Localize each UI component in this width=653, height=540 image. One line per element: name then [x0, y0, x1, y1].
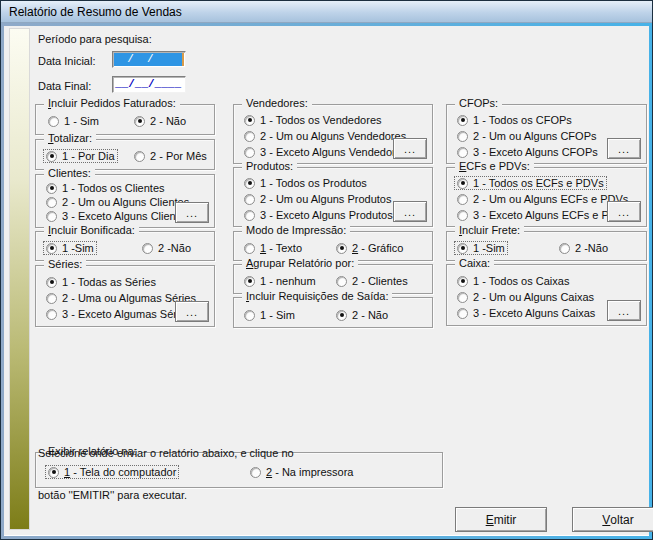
- radio-caixa-3[interactable]: 3 - Exceto Alguns Caixas: [455, 307, 597, 319]
- group-label-modo-de-impressao: Modo de Impressão:: [242, 224, 350, 236]
- group-clientes: Clientes:1 - Todos os Clientes2 - Um ou …: [35, 174, 215, 228]
- group-label-clientes: Clientes:: [44, 167, 95, 179]
- radio-vendedores-1[interactable]: 1 - Todos os Vendedores: [242, 114, 384, 126]
- radio-vendedores-3[interactable]: 3 - Exceto Alguns Vendedores: [242, 146, 409, 158]
- emitir-button[interactable]: Emitir: [455, 507, 547, 532]
- radio-series-3[interactable]: 3 - Exceto Algumas Séries: [44, 308, 193, 320]
- radio-label: 2 - Um ou Alguns Produtos: [260, 193, 391, 205]
- radio-label: 2 - Um ou Alguns Vendedores: [260, 130, 406, 142]
- radio-circle-icon: [46, 183, 57, 194]
- dialog-body: Período para pesquisa: Data Inicial: / /…: [4, 26, 649, 535]
- radio-label: 1 - Sim: [260, 309, 295, 321]
- group-produtos: Produtos:1 - Todos os Produtos2 - Um ou …: [233, 167, 433, 227]
- radio-agrupar-relatorio-por-1[interactable]: 1 - nenhum: [242, 275, 318, 287]
- radio-incluir-requisicoes-de-saida-2[interactable]: 2 - Não: [334, 309, 390, 321]
- radio-circle-icon: [457, 276, 468, 287]
- radio-label: 1 - Todos os ECFs e PDVs: [473, 177, 604, 189]
- period-section-label: Período para pesquisa:: [38, 33, 152, 45]
- radio-circle-icon: [46, 211, 57, 222]
- group-label-caixa: Caixa:: [455, 257, 494, 269]
- radio-produtos-1[interactable]: 1 - Todos os Produtos: [242, 177, 369, 189]
- radio-clientes-2[interactable]: 2 - Um ou Alguns Clientes: [44, 196, 191, 208]
- radio-incluir-pedidos-faturados-1[interactable]: 1 - Sim: [46, 115, 101, 127]
- radio-label: 1 - Todos os Vendedores: [260, 114, 382, 126]
- group-label-cfops: CFOPs:: [455, 97, 502, 109]
- radio-clientes-3[interactable]: 3 - Exceto Alguns Clientes: [44, 210, 192, 222]
- group-label-incluir-requisicoes-de-saida: Incluir Requisições de Saída:: [242, 290, 392, 302]
- radio-series-1[interactable]: 1 - Todas as Séries: [44, 276, 158, 288]
- radio-ecfs-e-pdvs-3[interactable]: 3 - Exceto Alguns ECFs e PDVs: [455, 209, 632, 221]
- caixa-ellipsis-button[interactable]: ...: [607, 300, 641, 321]
- group-series: Séries:1 - Todas as Séries2 - Uma ou Alg…: [35, 265, 215, 327]
- group-label-produtos: Produtos:: [242, 160, 297, 172]
- radio-incluir-requisicoes-de-saida-1[interactable]: 1 - Sim: [242, 309, 297, 321]
- data-inicial-input[interactable]: / /: [112, 51, 186, 68]
- radio-label: 2 - Gráfico: [352, 242, 403, 254]
- radio-cfops-2[interactable]: 2 - Um ou Alguns CFOPs: [455, 130, 599, 142]
- instruction-line-2: botão ''EMITIR'' para executar.: [38, 488, 294, 502]
- data-final-input[interactable]: __/__/____: [112, 76, 186, 93]
- radio-label: 1 -Sim: [62, 242, 94, 254]
- radio-caixa-2[interactable]: 2 - Um ou Alguns Caixas: [455, 291, 596, 303]
- radio-circle-icon: [244, 115, 255, 126]
- produtos-ellipsis-button[interactable]: ...: [393, 201, 427, 222]
- radio-circle-icon: [244, 210, 255, 221]
- radio-cfops-1[interactable]: 1 - Todos os CFOPs: [455, 114, 574, 126]
- radio-circle-icon: [244, 243, 255, 254]
- group-label-agrupar-relatorio-por: Agrupar Relatório por:: [242, 257, 358, 269]
- radio-circle-icon: [142, 243, 153, 254]
- radio-cfops-3[interactable]: 3 - Exceto Alguns CFOPs: [455, 146, 600, 158]
- group-totalizar: Totalizar:1 - Por Dia2 - Por Mês: [35, 139, 215, 170]
- radio-modo-de-impressao-2[interactable]: 2 - Gráfico: [334, 242, 405, 254]
- vendedores-ellipsis-button[interactable]: ...: [393, 138, 427, 159]
- radio-produtos-2[interactable]: 2 - Um ou Alguns Produtos: [242, 193, 393, 205]
- clientes-ellipsis-button[interactable]: ...: [175, 202, 209, 223]
- radio-label: 3 - Exceto Alguns Caixas: [473, 307, 595, 319]
- cfops-ellipsis-button[interactable]: ...: [607, 138, 641, 159]
- radio-ecfs-e-pdvs-1[interactable]: 1 - Todos os ECFs e PDVs: [455, 177, 606, 189]
- radio-incluir-frete-1[interactable]: 1 -Sim: [455, 242, 507, 254]
- radio-circle-icon: [457, 308, 468, 319]
- titlebar[interactable]: Relatório de Resumo de Vendas: [1, 1, 652, 23]
- radio-circle-icon: [457, 178, 468, 189]
- group-label-incluir-pedidos-faturados: Incluir Pedidos Faturados:: [44, 97, 180, 109]
- series-ellipsis-button[interactable]: ...: [175, 301, 209, 322]
- ecfs-e-pdvs-ellipsis-button[interactable]: ...: [607, 201, 641, 222]
- radio-label: 1 - Todas as Séries: [62, 276, 156, 288]
- radio-totalizar-2[interactable]: 2 - Por Mês: [132, 150, 209, 162]
- radio-incluir-bonificada-1[interactable]: 1 -Sim: [44, 242, 96, 254]
- group-ecfs-e-pdvs: ECFs e PDVs:1 - Todos os ECFs e PDVs2 - …: [446, 167, 647, 227]
- radio-modo-de-impressao-1[interactable]: 1 - Texto: [242, 242, 304, 254]
- radio-caixa-1[interactable]: 1 - Todos os Caixas: [455, 275, 571, 287]
- radio-vendedores-2[interactable]: 2 - Um ou Alguns Vendedores: [242, 130, 408, 142]
- radio-label: 2 -Não: [575, 242, 608, 254]
- radio-circle-icon: [46, 151, 57, 162]
- group-label-ecfs-e-pdvs: ECFs e PDVs:: [455, 160, 534, 172]
- radio-label: 1 - nenhum: [260, 275, 316, 287]
- radio-totalizar-1[interactable]: 1 - Por Dia: [44, 150, 117, 162]
- radio-label: 2 - Um ou Alguns ECFs e PDVs: [473, 193, 628, 205]
- group-label-incluir-frete: Incluir Frete:: [455, 224, 524, 236]
- radio-incluir-frete-2[interactable]: 2 -Não: [557, 242, 610, 254]
- window-title: Relatório de Resumo de Vendas: [1, 5, 182, 19]
- radio-label: 2 -Não: [158, 242, 191, 254]
- radio-label: 2 - Não: [352, 309, 388, 321]
- radio-label: 1 - Todos os Produtos: [260, 177, 367, 189]
- radio-incluir-pedidos-faturados-2[interactable]: 2 - Não: [132, 115, 188, 127]
- group-incluir-bonificada: Incluir Bonificada:1 -Sim2 -Não: [35, 231, 215, 261]
- group-label-totalizar: Totalizar:: [44, 132, 96, 144]
- radio-produtos-3[interactable]: 3 - Exceto Alguns Produtos: [242, 209, 395, 221]
- radio-circle-icon: [457, 292, 468, 303]
- radio-label: 3 - Exceto Algumas Séries: [62, 308, 191, 320]
- radio-ecfs-e-pdvs-2[interactable]: 2 - Um ou Alguns ECFs e PDVs: [455, 193, 630, 205]
- data-inicial-label: Data Inicial:: [38, 55, 95, 67]
- radio-clientes-1[interactable]: 1 - Todos os Clientes: [44, 182, 167, 194]
- radio-circle-icon: [46, 197, 57, 208]
- group-label-series: Séries:: [44, 258, 86, 270]
- radio-agrupar-relatorio-por-2[interactable]: 2 - Clientes: [334, 275, 410, 287]
- voltar-button[interactable]: Voltar: [572, 507, 653, 532]
- radio-circle-icon: [46, 277, 57, 288]
- group-incluir-pedidos-faturados: Incluir Pedidos Faturados:1 - Sim2 - Não: [35, 104, 215, 135]
- radio-circle-icon: [457, 243, 468, 254]
- radio-incluir-bonificada-2[interactable]: 2 -Não: [140, 242, 193, 254]
